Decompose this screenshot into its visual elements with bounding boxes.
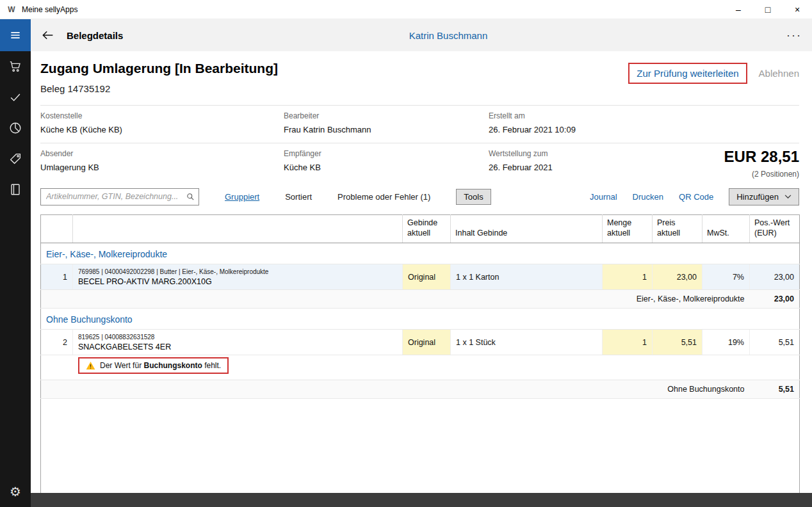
grouped-toggle[interactable]: Gruppiert — [225, 192, 259, 202]
pos-wert-cell: 5,51 — [750, 330, 800, 355]
document-detail-pane: Zugang Umlagerung [In Bearbeitung] Beleg… — [31, 51, 812, 493]
field-bearbeiter: Bearbeiter Frau Katrin Buschmann — [284, 111, 489, 134]
group-header-ohne-buchungskonto: Ohne Buchungskonto — [41, 309, 800, 330]
col-pos-wert: Pos.-Wert (EUR) — [750, 215, 800, 243]
group-header-molkereiprodukte: Eier-, Käse-, Molkereiprodukte — [41, 243, 800, 264]
field-kostenstelle: Kostenstelle Küche KB (Küche KB) — [40, 111, 284, 134]
window-titlebar: W Meine sellyApps – □ × — [0, 0, 812, 19]
sidebar-item-prices[interactable] — [0, 143, 31, 174]
cart-icon — [8, 60, 22, 74]
col-mwst: MwSt. — [702, 215, 750, 243]
info-row-2: Absender Umlagerung KB Empfänger Küche K… — [40, 143, 799, 181]
window-title: Meine sellyApps — [22, 5, 77, 14]
row-number: 2 — [41, 330, 73, 355]
sidebar-nav: ⚙ — [0, 51, 31, 507]
menge-cell[interactable]: 1 — [603, 330, 653, 355]
app-logo-icon: W — [6, 4, 17, 15]
add-button[interactable]: Hinzufügen — [729, 188, 799, 205]
col-gebinde-aktuell: Gebinde aktuell — [403, 215, 451, 243]
positions-count: (2 Positionen) — [724, 170, 799, 179]
pie-chart-icon — [8, 121, 22, 135]
more-button[interactable]: ··· — [786, 32, 802, 38]
article-meta: 819625 | 04008832631528 — [78, 334, 397, 341]
table-empty-space — [41, 399, 800, 495]
col-preis-aktuell: Preis aktuell — [653, 215, 702, 243]
check-icon — [8, 90, 22, 104]
tag-icon — [8, 152, 22, 166]
article-name: SNACKGABELSETS 4ER — [78, 342, 397, 351]
chevron-down-icon — [784, 195, 792, 199]
positions-toolbar: Gruppiert Sortiert Probleme oder Fehler … — [40, 188, 799, 205]
article-cell: 819625 | 04008832631528 SNACKGABELSETS 4… — [73, 330, 403, 355]
minimize-button[interactable]: – — [724, 0, 753, 19]
sidebar-item-cart[interactable] — [0, 51, 31, 82]
toolbar-right: Journal Drucken QR Code Hinzufügen — [590, 188, 799, 205]
sorted-toggle[interactable]: Sortiert — [285, 192, 312, 202]
total-amount: EUR 28,51 — [724, 148, 799, 166]
field-empfaenger: Empfänger Küche KB — [284, 149, 489, 172]
positions-table: Gebinde aktuell Inhalt Gebinde Menge akt… — [40, 214, 800, 495]
back-button[interactable] — [35, 19, 60, 51]
window-controls: – □ × — [724, 0, 812, 19]
article-name: BECEL PRO-AKTIV MARG.200X10G — [78, 277, 397, 286]
app-header-bar: Belegdetails Katrin Buschmann ··· — [0, 19, 812, 51]
back-arrow-icon — [41, 29, 54, 42]
menu-button[interactable] — [0, 19, 31, 51]
document-total: EUR 28,51 (2 Positionen) — [724, 148, 799, 179]
sidebar-item-reports[interactable] — [0, 113, 31, 143]
gebinde-cell[interactable]: Original — [403, 264, 451, 290]
row-number: 1 — [41, 264, 73, 290]
journal-link[interactable]: Journal — [590, 192, 617, 202]
book-icon — [8, 182, 22, 197]
qr-code-link[interactable]: QR Code — [679, 192, 713, 202]
preis-cell[interactable]: 23,00 — [653, 264, 702, 290]
mwst-cell: 7% — [702, 264, 750, 290]
bottom-bar — [31, 493, 812, 507]
row-warning: Der Wert für Buchungskonto fehlt. — [41, 355, 800, 380]
article-meta: 769985 | 04000492002298 | Butter | Eier-… — [78, 268, 397, 275]
field-erstellt-am: Erstellt am 26. Februar 2021 10:09 — [489, 111, 799, 134]
sidebar-item-approvals[interactable] — [0, 82, 31, 113]
mwst-cell: 19% — [702, 330, 750, 355]
inhalt-cell: 1 x 1 Stück — [451, 330, 603, 355]
col-article — [73, 215, 403, 243]
pos-wert-cell: 23,00 — [750, 264, 800, 290]
group-subtotal-molkereiprodukte: Eier-, Käse-, Molkereiprodukte 23,00 — [41, 290, 800, 309]
forward-for-review-button[interactable]: Zur Prüfung weiterleiten — [628, 63, 747, 84]
preis-cell[interactable]: 5,51 — [653, 330, 702, 355]
table-row[interactable]: 1 769985 | 04000492002298 | Butter | Eie… — [41, 264, 800, 290]
page-title: Belegdetails — [67, 30, 123, 41]
warning-message: Der Wert für Buchungskonto fehlt. — [78, 357, 229, 374]
col-menge-aktuell: Menge aktuell — [603, 215, 653, 243]
sidebar-item-journal[interactable] — [0, 174, 31, 205]
tools-button[interactable]: Tools — [456, 189, 491, 205]
hamburger-icon — [9, 29, 22, 42]
table-row[interactable]: 2 819625 | 04008832631528 SNACKGABELSETS… — [41, 330, 800, 355]
article-cell: 769985 | 04000492002298 | Butter | Eier-… — [73, 264, 403, 290]
reject-button[interactable]: Ablehnen — [759, 68, 799, 79]
print-link[interactable]: Drucken — [633, 192, 663, 202]
menge-cell[interactable]: 1 — [603, 264, 653, 290]
col-row-number — [41, 215, 73, 243]
group-subtotal-ohne-buchungskonto: Ohne Buchungskonto 5,51 — [41, 380, 800, 399]
field-absender: Absender Umlagerung KB — [40, 149, 284, 172]
document-header: Zugang Umlagerung [In Bearbeitung] Beleg… — [40, 60, 799, 95]
user-name-link[interactable]: Katrin Buschmann — [409, 30, 488, 41]
search-icon — [186, 192, 195, 202]
sidebar-item-settings[interactable]: ⚙ — [0, 476, 31, 507]
search-input[interactable] — [40, 188, 199, 205]
close-button[interactable]: × — [783, 0, 812, 19]
maximize-button[interactable]: □ — [753, 0, 783, 19]
gebinde-cell[interactable]: Original — [403, 330, 451, 355]
inhalt-cell: 1 x 1 Karton — [451, 264, 603, 290]
table-header-row: Gebinde aktuell Inhalt Gebinde Menge akt… — [41, 215, 800, 243]
document-number: Beleg 14735192 — [40, 83, 799, 95]
search-box — [40, 188, 199, 205]
warning-icon — [86, 361, 95, 370]
col-inhalt-gebinde: Inhalt Gebinde — [451, 215, 603, 243]
document-actions: Zur Prüfung weiterleiten Ablehnen — [628, 63, 799, 84]
problems-filter[interactable]: Probleme oder Fehler (1) — [337, 192, 430, 202]
gear-icon: ⚙ — [10, 485, 21, 498]
info-row-1: Kostenstelle Küche KB (Küche KB) Bearbei… — [40, 105, 799, 143]
